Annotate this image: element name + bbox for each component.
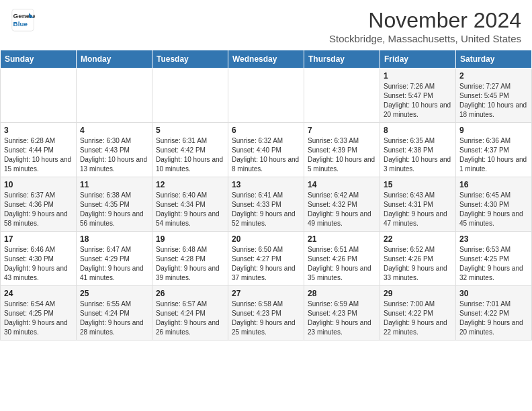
day-number: 12: [156, 180, 224, 189]
day-number: 10: [4, 180, 73, 189]
day-info: Sunrise: 6:52 AMSunset: 4:26 PMDaylight:…: [384, 245, 452, 283]
day-info: Sunrise: 6:31 AMSunset: 4:42 PMDaylight:…: [156, 136, 224, 174]
day-number: 7: [308, 126, 376, 135]
weekday-header: Saturday: [456, 50, 532, 68]
day-number: 3: [4, 126, 73, 135]
calendar-header: SundayMondayTuesdayWednesdayThursdayFrid…: [1, 50, 532, 68]
day-info: Sunrise: 7:01 AMSunset: 4:22 PMDaylight:…: [459, 300, 528, 337]
calendar-cell: 21Sunrise: 6:51 AMSunset: 4:26 PMDayligh…: [304, 232, 380, 286]
logo: General Blue: [11, 8, 38, 32]
calendar-cell: 22Sunrise: 6:52 AMSunset: 4:26 PMDayligh…: [380, 232, 456, 286]
weekday-header: Tuesday: [152, 50, 228, 68]
day-info: Sunrise: 6:36 AMSunset: 4:37 PMDaylight:…: [459, 136, 528, 174]
calendar-cell: 27Sunrise: 6:58 AMSunset: 4:23 PMDayligh…: [228, 286, 304, 340]
calendar-cell: 30Sunrise: 7:01 AMSunset: 4:22 PMDayligh…: [456, 286, 532, 340]
day-number: 18: [80, 234, 148, 244]
day-info: Sunrise: 6:38 AMSunset: 4:35 PMDaylight:…: [80, 191, 148, 228]
calendar-cell: 18Sunrise: 6:47 AMSunset: 4:29 PMDayligh…: [77, 232, 152, 286]
calendar-cell: 6Sunrise: 6:32 AMSunset: 4:40 PMDaylight…: [228, 123, 304, 177]
calendar-cell: 2Sunrise: 7:27 AMSunset: 5:45 PMDaylight…: [456, 68, 532, 123]
calendar-cell: 4Sunrise: 6:30 AMSunset: 4:43 PMDaylight…: [77, 123, 152, 177]
day-number: 24: [4, 289, 73, 298]
day-info: Sunrise: 6:51 AMSunset: 4:26 PMDaylight:…: [308, 245, 376, 283]
day-info: Sunrise: 6:41 AMSunset: 4:33 PMDaylight:…: [232, 191, 300, 228]
calendar-cell: 9Sunrise: 6:36 AMSunset: 4:37 PMDaylight…: [456, 123, 532, 177]
calendar-cell: 8Sunrise: 6:35 AMSunset: 4:38 PMDaylight…: [380, 123, 456, 177]
calendar-cell: 14Sunrise: 6:42 AMSunset: 4:32 PMDayligh…: [304, 177, 380, 232]
day-number: 28: [308, 289, 376, 298]
day-number: 17: [4, 234, 73, 244]
day-info: Sunrise: 6:32 AMSunset: 4:40 PMDaylight:…: [232, 136, 300, 174]
day-info: Sunrise: 6:57 AMSunset: 4:24 PMDaylight:…: [156, 300, 224, 337]
logo-icon: General Blue: [11, 8, 35, 32]
day-info: Sunrise: 6:37 AMSunset: 4:36 PMDaylight:…: [4, 191, 73, 228]
calendar-cell: [1, 68, 77, 123]
calendar-cell: 13Sunrise: 6:41 AMSunset: 4:33 PMDayligh…: [228, 177, 304, 232]
day-info: Sunrise: 6:47 AMSunset: 4:29 PMDaylight:…: [80, 245, 148, 283]
weekday-header: Thursday: [304, 50, 380, 68]
day-info: Sunrise: 7:26 AMSunset: 5:47 PMDaylight:…: [384, 82, 452, 120]
calendar-cell: 3Sunrise: 6:28 AMSunset: 4:44 PMDaylight…: [1, 123, 77, 177]
day-number: 6: [232, 126, 300, 135]
day-info: Sunrise: 6:48 AMSunset: 4:28 PMDaylight:…: [156, 245, 224, 283]
day-number: 22: [384, 234, 452, 244]
day-info: Sunrise: 6:45 AMSunset: 4:30 PMDaylight:…: [459, 191, 528, 228]
calendar-table: SundayMondayTuesdayWednesdayThursdayFrid…: [0, 50, 532, 340]
day-number: 5: [156, 126, 224, 135]
calendar-cell: 17Sunrise: 6:46 AMSunset: 4:30 PMDayligh…: [1, 232, 77, 286]
day-number: 23: [459, 234, 528, 244]
day-number: 13: [232, 180, 300, 189]
calendar-cell: 15Sunrise: 6:43 AMSunset: 4:31 PMDayligh…: [380, 177, 456, 232]
day-number: 21: [308, 234, 376, 244]
calendar-cell: 19Sunrise: 6:48 AMSunset: 4:28 PMDayligh…: [152, 232, 228, 286]
day-info: Sunrise: 6:30 AMSunset: 4:43 PMDaylight:…: [80, 136, 148, 174]
day-number: 15: [384, 180, 452, 189]
day-number: 25: [80, 289, 148, 298]
weekday-header: Wednesday: [228, 50, 304, 68]
day-number: 1: [384, 71, 452, 81]
calendar-cell: 20Sunrise: 6:50 AMSunset: 4:27 PMDayligh…: [228, 232, 304, 286]
calendar-cell: 5Sunrise: 6:31 AMSunset: 4:42 PMDaylight…: [152, 123, 228, 177]
day-info: Sunrise: 6:33 AMSunset: 4:39 PMDaylight:…: [308, 136, 376, 174]
day-info: Sunrise: 6:40 AMSunset: 4:34 PMDaylight:…: [156, 191, 224, 228]
day-info: Sunrise: 7:00 AMSunset: 4:22 PMDaylight:…: [384, 300, 452, 337]
calendar-cell: 25Sunrise: 6:55 AMSunset: 4:24 PMDayligh…: [77, 286, 152, 340]
calendar-cell: 1Sunrise: 7:26 AMSunset: 5:47 PMDaylight…: [380, 68, 456, 123]
calendar-cell: 7Sunrise: 6:33 AMSunset: 4:39 PMDaylight…: [304, 123, 380, 177]
day-info: Sunrise: 6:35 AMSunset: 4:38 PMDaylight:…: [384, 136, 452, 174]
day-number: 4: [80, 126, 148, 135]
calendar-cell: 12Sunrise: 6:40 AMSunset: 4:34 PMDayligh…: [152, 177, 228, 232]
page-header: General Blue November 2024 Stockbridge, …: [0, 0, 532, 50]
calendar-cell: [152, 68, 228, 123]
day-number: 14: [308, 180, 376, 189]
day-number: 8: [384, 126, 452, 135]
day-info: Sunrise: 6:28 AMSunset: 4:44 PMDaylight:…: [4, 136, 73, 174]
day-number: 16: [459, 180, 528, 189]
day-info: Sunrise: 6:59 AMSunset: 4:23 PMDaylight:…: [308, 300, 376, 337]
weekday-header: Friday: [380, 50, 456, 68]
calendar-cell: 29Sunrise: 7:00 AMSunset: 4:22 PMDayligh…: [380, 286, 456, 340]
day-info: Sunrise: 6:55 AMSunset: 4:24 PMDaylight:…: [80, 300, 148, 337]
day-number: 11: [80, 180, 148, 189]
day-info: Sunrise: 6:43 AMSunset: 4:31 PMDaylight:…: [384, 191, 452, 228]
day-number: 29: [384, 289, 452, 298]
day-number: 20: [232, 234, 300, 244]
calendar-cell: 16Sunrise: 6:45 AMSunset: 4:30 PMDayligh…: [456, 177, 532, 232]
calendar-cell: 26Sunrise: 6:57 AMSunset: 4:24 PMDayligh…: [152, 286, 228, 340]
calendar-cell: 28Sunrise: 6:59 AMSunset: 4:23 PMDayligh…: [304, 286, 380, 340]
day-number: 26: [156, 289, 224, 298]
calendar-cell: 23Sunrise: 6:53 AMSunset: 4:25 PMDayligh…: [456, 232, 532, 286]
calendar-cell: 11Sunrise: 6:38 AMSunset: 4:35 PMDayligh…: [77, 177, 152, 232]
day-number: 27: [232, 289, 300, 298]
month-title: November 2024: [329, 8, 521, 33]
day-number: 9: [459, 126, 528, 135]
day-info: Sunrise: 6:50 AMSunset: 4:27 PMDaylight:…: [232, 245, 300, 283]
calendar-cell: 24Sunrise: 6:54 AMSunset: 4:25 PMDayligh…: [1, 286, 77, 340]
day-info: Sunrise: 6:46 AMSunset: 4:30 PMDaylight:…: [4, 245, 73, 283]
day-info: Sunrise: 6:42 AMSunset: 4:32 PMDaylight:…: [308, 191, 376, 228]
title-block: November 2024 Stockbridge, Massachusetts…: [329, 8, 521, 44]
day-info: Sunrise: 6:54 AMSunset: 4:25 PMDaylight:…: [4, 300, 73, 337]
weekday-header: Sunday: [1, 50, 77, 68]
calendar-cell: [77, 68, 152, 123]
calendar-cell: 10Sunrise: 6:37 AMSunset: 4:36 PMDayligh…: [1, 177, 77, 232]
